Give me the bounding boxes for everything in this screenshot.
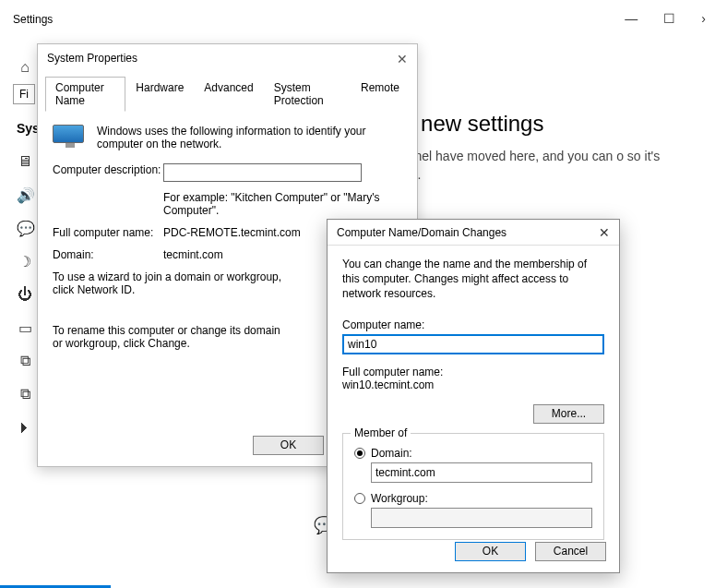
domdlg-body: You can change the name and the membersh…	[328, 246, 619, 551]
sysprop-intro: Windows uses the following information t…	[97, 125, 402, 150]
member-of-group: Member of Domain: Workgroup:	[342, 433, 604, 540]
sysprop-tabs: Computer Name Hardware Advanced System P…	[45, 76, 410, 112]
domain-radio-label: Domain:	[371, 447, 412, 460]
next-button[interactable]: ›	[701, 11, 706, 26]
workgroup-input	[371, 508, 592, 528]
notification-icon: 💬	[17, 220, 33, 237]
computer-description-input[interactable]	[163, 163, 362, 182]
multitask-icon: ⧉	[17, 386, 33, 402]
tab-hardware[interactable]: Hardware	[125, 77, 194, 112]
fullname-value: win10.tecmint.com	[342, 378, 604, 391]
tab-system-protection[interactable]: System Protection	[264, 77, 351, 112]
computer-icon	[53, 125, 88, 150]
sysprop-titlebar[interactable]: System Properties	[38, 44, 417, 72]
tablet-icon: ⧉	[17, 353, 33, 369]
domdlg-blurb: You can change the name and the membersh…	[342, 257, 604, 302]
sysprop-title: System Properties	[47, 52, 137, 65]
domain-input[interactable]	[371, 462, 592, 483]
domdlg-title: Computer Name/Domain Changes	[337, 226, 506, 239]
member-of-legend: Member of	[351, 426, 411, 439]
display-icon: 🖥	[17, 153, 33, 170]
fullname-label: Full computer name:	[342, 366, 604, 378]
ok-button[interactable]: OK	[455, 542, 526, 561]
moon-icon: ☽	[17, 253, 33, 270]
close-icon[interactable]: ✕	[599, 225, 610, 240]
tab-advanced[interactable]: Advanced	[194, 77, 263, 112]
computer-name-input[interactable]	[342, 334, 604, 354]
home-icon: ⌂	[17, 59, 33, 76]
domain-radio[interactable]	[354, 448, 365, 459]
find-setting-input[interactable]: Fi	[13, 84, 35, 104]
domain-changes-dialog: Computer Name/Domain Changes ✕ You can c…	[327, 219, 620, 573]
minimize-button[interactable]: —	[625, 11, 638, 26]
fullname-label: Full computer name:	[53, 226, 163, 239]
maximize-button[interactable]: ☐	[663, 11, 675, 26]
window-controls: — ☐ ›	[625, 11, 706, 26]
power-icon: ⏻	[17, 286, 33, 303]
desc-example: For example: "Kitchen Computer" or "Mary…	[163, 191, 402, 217]
wizard-text: To use a wizard to join a domain or work…	[53, 270, 292, 296]
tab-computer-name[interactable]: Computer Name	[45, 77, 125, 112]
domdlg-titlebar[interactable]: Computer Name/Domain Changes	[328, 220, 619, 246]
computer-name-label: Computer name:	[342, 318, 604, 331]
domain-radio-row[interactable]: Domain:	[354, 447, 592, 460]
settings-title: Settings	[13, 13, 53, 26]
workgroup-radio-row[interactable]: Workgroup:	[354, 492, 592, 505]
tab-remote[interactable]: Remote	[351, 77, 410, 112]
projecting-icon: ⏵	[17, 419, 33, 436]
sound-icon: 🔊	[17, 186, 33, 204]
more-button[interactable]: More...	[533, 404, 604, 424]
rename-text: To rename this computer or change its do…	[53, 324, 292, 350]
domain-label: Domain:	[53, 248, 163, 261]
desc-label: Computer description:	[53, 163, 163, 182]
close-icon[interactable]: ✕	[397, 52, 408, 66]
workgroup-radio[interactable]	[354, 493, 365, 504]
cancel-button[interactable]: Cancel	[535, 542, 606, 561]
workgroup-radio-label: Workgroup:	[371, 492, 428, 505]
ok-button[interactable]: OK	[253, 436, 324, 455]
battery-icon: ▭	[17, 319, 33, 337]
